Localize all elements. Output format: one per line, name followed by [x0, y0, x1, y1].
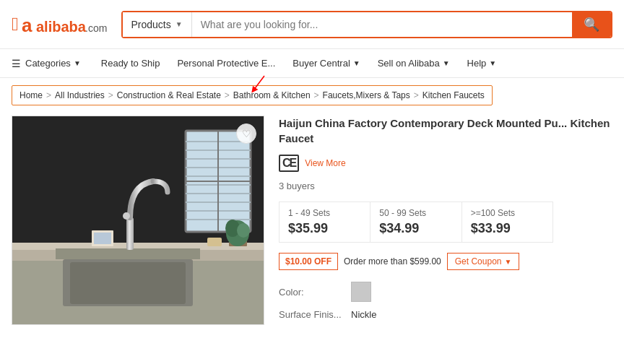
svg-rect-23	[56, 248, 200, 259]
nav-item-ready-to-ship[interactable]: Ready to Ship	[92, 49, 169, 78]
svg-point-33	[237, 223, 250, 238]
price-value-2: $34.99	[379, 221, 452, 236]
search-input[interactable]	[192, 12, 572, 37]
price-range-1: 1 - 49 Sets	[288, 208, 361, 218]
surface-finish-label: Surface Finis...	[279, 309, 351, 320]
logo-icon: 	[12, 13, 19, 35]
breadcrumb-sep-1: >	[46, 90, 51, 100]
price-range-2: 50 - 99 Sets	[379, 208, 452, 218]
search-icon: 🔍	[584, 17, 599, 32]
products-label: Products	[131, 19, 171, 30]
discount-badge: $10.00 OFF	[279, 253, 338, 270]
price-col-2: 50 - 99 Sets $34.99	[370, 202, 462, 242]
breadcrumb-sep-5: >	[414, 90, 419, 100]
search-button[interactable]: 🔍	[572, 12, 611, 37]
price-col-1: 1 - 49 Sets $35.99	[280, 202, 370, 242]
surface-finish-value: Nickle	[351, 309, 376, 320]
heart-icon: ♡	[242, 128, 251, 139]
coupon-chevron-icon: ▼	[505, 258, 512, 266]
get-coupon-button[interactable]: Get Coupon ▼	[447, 253, 520, 270]
certification-row: CE View More	[279, 155, 612, 172]
svg-text:alibaba: alibaba	[36, 19, 87, 35]
buyers-count: 3 buyers	[279, 181, 612, 191]
breadcrumb-bathroom-kitchen[interactable]: Bathroom & Kitchen	[233, 90, 311, 100]
nav-item-buyer-central[interactable]: Buyer Central ▼	[284, 49, 368, 78]
get-coupon-label: Get Coupon	[455, 256, 502, 266]
logo[interactable]:  a alibaba .com	[12, 10, 107, 39]
price-value-1: $35.99	[288, 221, 361, 236]
surface-finish-row: Surface Finis... Nickle	[279, 309, 612, 320]
price-col-3: >=100 Sets $33.99	[462, 202, 552, 242]
nav-item-personal-protective[interactable]: Personal Protective E...	[168, 49, 284, 78]
product-title: Haijun China Factory Contemporary Deck M…	[279, 116, 612, 146]
nav-item-help[interactable]: Help ▼	[459, 49, 506, 78]
price-range-3: >=100 Sets	[471, 208, 544, 218]
search-bar: Products ▼ 🔍	[121, 11, 613, 38]
breadcrumb: Home > All Industries > Construction & R…	[12, 85, 493, 105]
alibaba-logo-svg: a alibaba .com	[20, 10, 107, 39]
header:  a alibaba .com Products ▼ 🔍	[0, 0, 624, 49]
breadcrumb-sep-2: >	[108, 90, 113, 100]
sell-chevron-icon: ▼	[443, 59, 450, 67]
product-image: ♡	[12, 116, 264, 325]
coupon-row: $10.00 OFF Order more than $599.00 Get C…	[279, 253, 612, 270]
buyer-central-chevron-icon: ▼	[353, 59, 360, 67]
categories-chevron-icon: ▼	[74, 59, 81, 67]
nav-bar: ☰ Categories ▼ Ready to Ship Personal Pr…	[0, 49, 624, 78]
main-content: ♡ Haijun China Factory Contemporary Deck…	[0, 116, 624, 325]
breadcrumb-current: Kitchen Faucets	[422, 90, 485, 100]
breadcrumb-sep-3: >	[225, 90, 230, 100]
product-details: Haijun China Factory Contemporary Deck M…	[264, 116, 612, 325]
color-swatch[interactable]	[351, 282, 371, 302]
ce-mark: CE	[279, 155, 299, 172]
svg-rect-29	[94, 233, 111, 244]
color-row: Color:	[279, 282, 612, 302]
menu-icon: ☰	[12, 58, 21, 69]
breadcrumb-all-industries[interactable]: All Industries	[55, 90, 105, 100]
view-more-link[interactable]: View More	[305, 158, 345, 168]
breadcrumb-sep-4: >	[314, 90, 319, 100]
svg-point-27	[123, 212, 130, 220]
price-value-3: $33.99	[471, 221, 544, 236]
products-dropdown-button[interactable]: Products ▼	[123, 12, 192, 37]
categories-label: Categories	[25, 58, 71, 69]
coupon-condition: Order more than $599.00	[344, 256, 441, 266]
price-table: 1 - 49 Sets $35.99 50 - 99 Sets $34.99 >…	[279, 202, 553, 243]
svg-rect-25	[70, 262, 186, 304]
svg-rect-26	[126, 217, 134, 250]
breadcrumb-home[interactable]: Home	[20, 90, 43, 100]
nav-item-sell-on-alibaba[interactable]: Sell on Alibaba ▼	[369, 49, 459, 78]
svg-rect-34	[207, 238, 222, 246]
svg-text:.com: .com	[85, 22, 107, 34]
nav-categories[interactable]: ☰ Categories ▼	[12, 58, 90, 69]
wishlist-button[interactable]: ♡	[236, 124, 256, 144]
color-label: Color:	[279, 287, 351, 298]
kitchen-scene-svg	[12, 116, 264, 325]
breadcrumb-faucets[interactable]: Faucets,Mixers & Taps	[323, 90, 410, 100]
chevron-down-icon: ▼	[176, 20, 183, 28]
breadcrumb-construction[interactable]: Construction & Real Estate	[117, 90, 221, 100]
product-image-area: ♡	[12, 116, 264, 325]
help-chevron-icon: ▼	[489, 59, 496, 67]
svg-text:a: a	[22, 14, 32, 36]
